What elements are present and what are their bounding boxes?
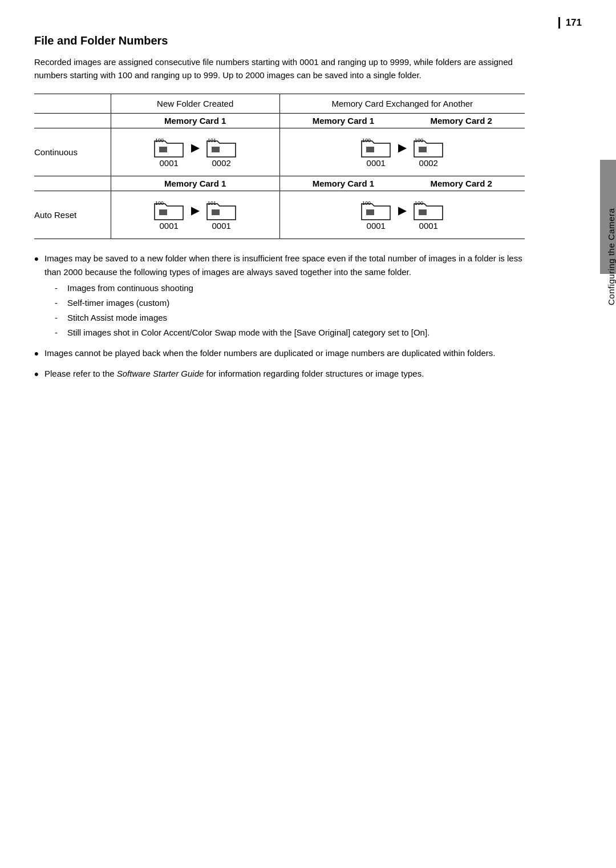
continuous-exchanged-diagram: 100 0001 ▶ 100 0002: [279, 128, 525, 176]
bullet-dot-3: •: [34, 367, 44, 382]
ar-folder-unit-mc2-100-0001: 100 0001: [413, 199, 444, 231]
folder-unit-101-0002: 101 0002: [206, 136, 237, 168]
folder-unit-100-0001: 100 0001: [153, 136, 184, 168]
svg-rect-14: [419, 209, 427, 215]
intro-text: Recorded images are assigned consecutive…: [34, 55, 525, 82]
table-header-empty: [34, 94, 111, 113]
svg-rect-0: [159, 147, 167, 152]
ar-folder-unit-mc1-100-0001: 100 0001: [360, 199, 391, 231]
arrow-new-folder-continuous: ▶: [191, 142, 199, 154]
autoreset-exchanged-diagram: 100 0001 ▶ 100 0001: [279, 191, 525, 239]
ar-folder-icon-100: 100: [153, 199, 184, 221]
ar-folder-file-0001-b: 0001: [212, 221, 231, 231]
folder-unit-mc2-100-0002: 100 0002: [413, 136, 444, 168]
folder-unit-mc1-100-0001: 100 0001: [360, 136, 391, 168]
svg-rect-10: [212, 209, 220, 215]
bullet-item-2: • Images cannot be played back when the …: [34, 346, 525, 361]
continuous-new-folder-diagram: 100 0001 ▶ 101 0002: [111, 128, 279, 176]
svg-text:100: 100: [415, 138, 423, 143]
side-label: Configuring the Camera: [606, 194, 616, 320]
svg-rect-6: [419, 147, 427, 152]
svg-text:100: 100: [155, 200, 164, 206]
svg-text:101: 101: [208, 138, 216, 143]
ar-folder-icon-101: 101: [206, 199, 237, 221]
folder-file-0001-a: 0001: [160, 158, 179, 168]
dash-1-2: -: [55, 296, 67, 310]
ar-arrow-new-folder: ▶: [191, 204, 199, 217]
continuous-row-label: Continuous: [34, 128, 111, 176]
ar-folder-file-mc1-0001: 0001: [367, 221, 386, 231]
dash-1-1: -: [55, 281, 67, 295]
folder-icon-mc2-100: 100: [413, 136, 444, 158]
dash-item-1-2: - Self-timer images (custom): [55, 296, 525, 310]
folder-file-0002-a: 0002: [212, 158, 231, 168]
svg-rect-4: [366, 147, 374, 152]
ar-folder-unit-101-0001: 101 0001: [206, 199, 237, 231]
folder-icon-mc1-100: 100: [360, 136, 391, 158]
dash-list-1: - Images from continuous shooting - Self…: [55, 281, 525, 340]
continuous-label: [34, 113, 111, 128]
svg-rect-12: [366, 209, 374, 215]
bullet-text-3: Please refer to the Software Starter Gui…: [44, 367, 525, 381]
bullet-text-2: Images cannot be played back when the fo…: [44, 346, 525, 360]
ar-folder-file-0001-a: 0001: [160, 221, 179, 231]
svg-text:101: 101: [208, 200, 216, 206]
bullet-item-1: • Images may be saved to a new folder wh…: [34, 252, 525, 341]
bullet-text-1: Images may be saved to a new folder when…: [44, 252, 525, 341]
continuous-new-folder-header: Memory Card 1: [111, 113, 279, 128]
ar-folder-unit-100-0001: 100 0001: [153, 199, 184, 231]
svg-rect-8: [159, 209, 167, 215]
folder-file-mc1-0001: 0001: [367, 158, 386, 168]
ar-arrow-exchanged: ▶: [398, 204, 406, 217]
bullet-3-italic: Software Starter Guide: [117, 369, 204, 378]
dash-1-3: -: [55, 311, 67, 325]
bullet-dot-1: •: [34, 252, 44, 267]
bullet-dot-2: •: [34, 346, 44, 361]
autoreset-exchanged-header: Memory Card 1 Memory Card 2: [279, 176, 525, 191]
dash-item-1-3: - Stitch Assist mode images: [55, 311, 525, 325]
page-number: 171: [558, 17, 582, 29]
table-header-exchanged: Memory Card Exchanged for Another: [279, 94, 525, 113]
table-row-continuous: Continuous 100 0001 ▶: [34, 128, 525, 176]
svg-text:100: 100: [155, 138, 164, 143]
svg-rect-2: [212, 147, 220, 152]
folder-icon-100: 100: [153, 136, 184, 158]
dash-item-1-4: - Still images shot in Color Accent/Colo…: [55, 326, 525, 340]
autoreset-new-folder-diagram: 100 0001 ▶ 101 0001: [111, 191, 279, 239]
autoreset-label: [34, 176, 111, 191]
svg-text:100: 100: [415, 200, 423, 206]
folder-file-mc2-0002: 0002: [419, 158, 438, 168]
table-header-new-folder: New Folder Created: [111, 94, 279, 113]
svg-text:100: 100: [362, 138, 371, 143]
table-subheader-autoreset: Memory Card 1 Memory Card 1 Memory Card …: [34, 176, 525, 191]
autoreset-new-folder-header: Memory Card 1: [111, 176, 279, 191]
autoreset-row-label: Auto Reset: [34, 191, 111, 239]
dash-1-4: -: [55, 326, 67, 340]
dash-item-1-1: - Images from continuous shooting: [55, 281, 525, 295]
ar-folder-file-mc2-0001: 0001: [419, 221, 438, 231]
table-row-autoreset: Auto Reset 100 0001 ▶: [34, 191, 525, 239]
bullet-3-plain-before: Please refer to the: [44, 369, 117, 378]
bullet-3-plain-after: for information regarding folder structu…: [204, 369, 424, 378]
folder-icon-101: 101: [206, 136, 237, 158]
ar-folder-icon-mc2-100: 100: [413, 199, 444, 221]
ar-folder-icon-mc1-100: 100: [360, 199, 391, 221]
svg-text:100: 100: [362, 200, 371, 206]
table-subheader-continuous: Memory Card 1 Memory Card 1 Memory Card …: [34, 113, 525, 128]
bullet-item-3: • Please refer to the Software Starter G…: [34, 367, 525, 382]
file-folder-table: New Folder Created Memory Card Exchanged…: [34, 94, 525, 239]
continuous-exchanged-header: Memory Card 1 Memory Card 2: [279, 113, 525, 128]
bullet-section: • Images may be saved to a new folder wh…: [34, 252, 525, 382]
page-container: 171 File and Folder Numbers Recorded ima…: [0, 0, 616, 410]
arrow-exchanged-continuous: ▶: [398, 142, 406, 154]
page-title: File and Folder Numbers: [34, 34, 582, 47]
